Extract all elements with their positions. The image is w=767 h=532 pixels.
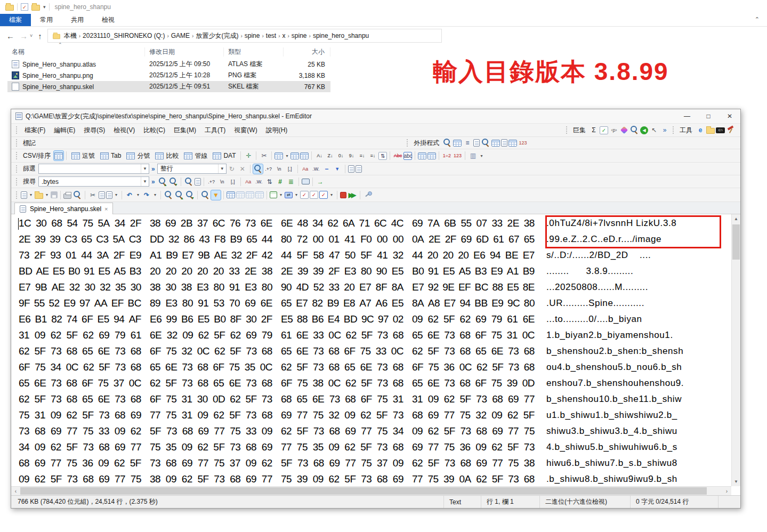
up-icon[interactable]: ↑ <box>38 31 42 41</box>
heading-toggle-icon[interactable]: ✛ <box>244 151 253 160</box>
dropdown-caret-icon[interactable]: ▾ <box>114 190 119 200</box>
menu-說明H[interactable]: 說明(H) <box>262 126 292 135</box>
ribbon-tab-檔案[interactable]: 檔案 <box>0 14 31 26</box>
run-macro-icon[interactable]: ▶▶ <box>348 190 357 200</box>
sort-length-icon[interactable]: ≡↓ <box>357 151 367 160</box>
print-icon[interactable] <box>63 194 71 199</box>
macro-find-icon[interactable] <box>629 125 639 135</box>
quick-access-folder-icon[interactable] <box>31 5 40 11</box>
find-dialog-icon[interactable] <box>184 177 193 187</box>
grid-rotate-icon[interactable] <box>427 152 436 159</box>
plugin-grid-link-icon[interactable] <box>508 140 517 147</box>
reverse-order-icon[interactable]: ⇅ <box>378 152 387 160</box>
validate-icon[interactable]: ✓ <box>300 191 309 199</box>
plugin-preview-icon[interactable] <box>481 138 490 148</box>
filter-find-icon[interactable] <box>253 164 263 174</box>
chevron-down-icon[interactable]: ▼ <box>141 164 149 173</box>
sort-90-icon[interactable]: 9↓ <box>346 151 356 160</box>
csv-mode-管線[interactable]: 管線 <box>181 151 210 160</box>
menu-搜尋S[interactable]: 搜尋(S) <box>79 126 109 135</box>
number-range-icon[interactable]: [,] <box>285 164 295 174</box>
column-header-name[interactable]: ⌃名稱 <box>7 47 145 57</box>
csv-mode-分號[interactable]: 分號 <box>124 151 152 160</box>
column-header-size[interactable]: 大小 <box>284 47 330 57</box>
count-matches-icon[interactable]: # <box>276 177 285 187</box>
menu-比較C[interactable]: 比較(C) <box>139 126 169 135</box>
csv-mode-DAT[interactable]: DAT <box>210 152 238 159</box>
sort-za-icon[interactable]: Z↓ <box>325 151 335 160</box>
hammer-icon[interactable] <box>726 125 736 135</box>
column-picker-icon[interactable] <box>274 152 283 159</box>
overflow-chevron-icon[interactable]: » <box>660 125 669 135</box>
dropdown-caret-icon[interactable]: ▾ <box>135 190 141 200</box>
address-bar[interactable]: 本機›20231110_SHIRONEKO (Q:)›GAME›放置少女(完成)… <box>47 29 442 43</box>
find-prev-icon[interactable]: ▲ <box>158 177 167 187</box>
quick-access-caret-icon[interactable]: ▾ <box>43 4 46 10</box>
filter-doc-red-icon[interactable] <box>348 165 354 173</box>
validate-all-icon[interactable]: ✓ <box>310 191 318 199</box>
menu-視窗W[interactable]: 視窗(W) <box>230 126 261 135</box>
go-icon[interactable]: → <box>316 177 325 187</box>
vertical-scrollbar[interactable]: ▲ ▼ <box>731 214 740 486</box>
record-macro-icon[interactable] <box>340 192 346 198</box>
search-input[interactable]: .bytes▼ <box>38 176 149 187</box>
find-prev-doc-icon[interactable]: ▼ <box>185 190 195 200</box>
ribbon-tab-常用[interactable]: 常用 <box>31 14 62 26</box>
file-row[interactable]: Spine_Hero_shanpu.skel2025/12/5 上午 09:51… <box>7 81 330 92</box>
browser-icon[interactable]: e <box>696 125 705 135</box>
options-list-icon[interactable]: ✓ <box>319 191 328 199</box>
cmd-icon[interactable]: C:\ <box>716 127 725 133</box>
paste-icon[interactable] <box>106 191 112 199</box>
status-mode[interactable]: Text <box>443 496 481 508</box>
menu-編輯E[interactable]: 編輯(E) <box>50 126 79 135</box>
find-next-icon[interactable]: ▼ <box>168 177 178 187</box>
file-row[interactable]: Spine_Hero_shanpu.atlas2025/12/5 上午 09:5… <box>7 59 330 70</box>
open-folder-icon[interactable] <box>35 193 43 199</box>
breadcrumb-item[interactable]: x <box>280 32 288 39</box>
negative-filter-icon[interactable]: − <box>322 164 332 174</box>
filter-bar-icon[interactable]: ▼ <box>211 190 221 200</box>
print-preview-icon[interactable] <box>72 190 82 200</box>
column-width-icon[interactable]: ▥ <box>468 151 478 160</box>
sort-length2-icon[interactable]: ≡↓ <box>368 151 377 160</box>
plugin-jump-doc-icon[interactable] <box>473 139 480 147</box>
remove-filter-icon[interactable]: ▼ <box>333 164 342 174</box>
status-selection[interactable]: 0 字元 0/24,514 行 <box>630 496 718 508</box>
cut-icon[interactable]: ✂ <box>88 190 98 200</box>
breadcrumb-item[interactable]: spine_hero_shanpu <box>311 32 371 39</box>
dropdown-caret-icon[interactable]: ▾ <box>28 190 34 200</box>
vertical-scroll-thumb[interactable] <box>732 224 740 260</box>
sigma-icon[interactable]: Σ <box>589 125 599 135</box>
document-tab[interactable]: Spine_Hero_shanpu.skel × <box>14 203 113 214</box>
chevron-down-icon[interactable]: ▼ <box>218 164 226 173</box>
csv-mode-逗號[interactable]: 逗號 <box>69 151 98 160</box>
new-doc-icon[interactable] <box>21 191 27 199</box>
number-range-icon[interactable]: [,] <box>228 177 238 187</box>
chevron-down-icon[interactable]: ▼ <box>141 177 149 186</box>
menu-檔案F[interactable]: 檔案(F) <box>20 126 50 135</box>
plugin-grid-diff-icon[interactable] <box>491 140 500 147</box>
convert-grid2-icon[interactable] <box>300 152 309 159</box>
csv-grid-green-icon[interactable] <box>227 191 235 198</box>
dropdown-caret-icon[interactable]: ▾ <box>284 151 289 160</box>
dropdown-caret-icon[interactable]: ▾ <box>479 151 484 160</box>
resize-grip[interactable] <box>718 496 740 508</box>
escape-seq-icon[interactable]: \n <box>217 177 227 187</box>
back-icon[interactable]: ← <box>6 31 14 41</box>
column-header-type[interactable]: 類型 <box>224 47 284 57</box>
plugin-outline-icon[interactable]: ≡ <box>463 138 472 148</box>
csv-grid3-icon[interactable] <box>246 191 254 198</box>
folder-export-icon[interactable] <box>706 128 715 134</box>
plugin-grid-sync-icon[interactable] <box>453 140 462 147</box>
search-updown-icon[interactable]: ⇅ <box>265 177 274 187</box>
status-cursor-position[interactable]: 行 1, 欄 1 <box>481 496 539 508</box>
collapse-ribbon-icon[interactable]: ⌃ <box>755 16 760 23</box>
filter-doc-blue-icon[interactable] <box>356 165 362 173</box>
quick-access-check-icon[interactable]: ✓ <box>21 3 28 11</box>
column-header-date[interactable]: 修改日期 <box>145 47 224 57</box>
whole-word-icon[interactable]: .W. <box>311 164 321 174</box>
find-in-files-icon[interactable] <box>200 190 210 200</box>
undo-icon[interactable]: ↶ <box>125 190 134 200</box>
refresh-filter-icon[interactable]: ↻ <box>227 164 237 174</box>
ruler-123-icon[interactable]: 123 <box>453 151 462 160</box>
